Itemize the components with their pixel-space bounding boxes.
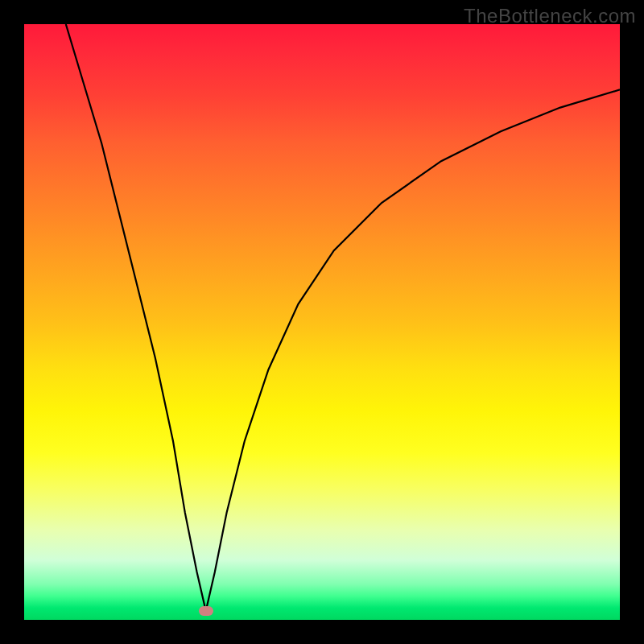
watermark-text: TheBottleneck.com <box>464 5 636 27</box>
chart-area <box>24 24 620 620</box>
optimal-point-marker <box>199 606 213 616</box>
bottleneck-curve <box>24 24 620 620</box>
